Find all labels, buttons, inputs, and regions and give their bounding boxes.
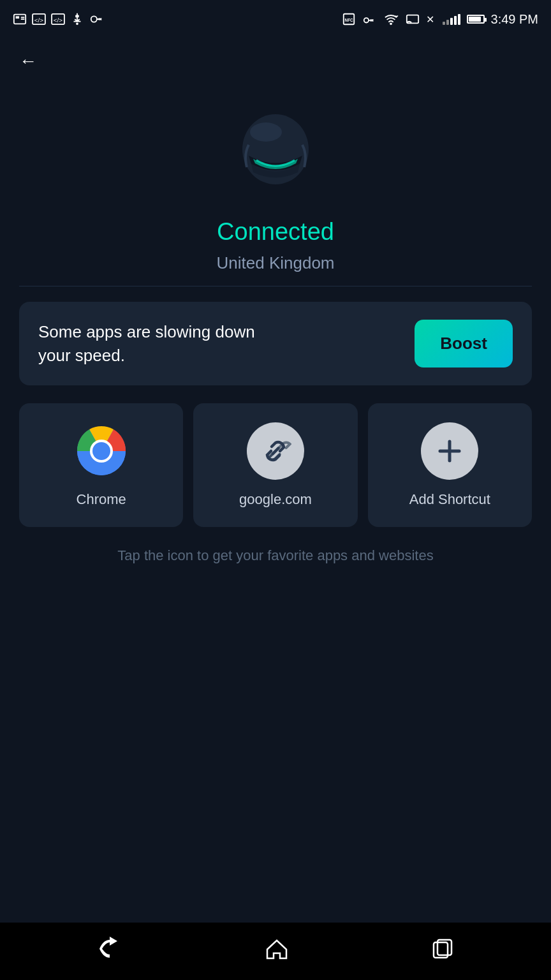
boost-card: Some apps are slowing down your speed. B… xyxy=(19,302,532,385)
boost-message: Some apps are slowing down your speed. xyxy=(38,320,281,367)
shortcut-chrome[interactable]: Chrome xyxy=(19,403,183,527)
boost-button[interactable]: Boost xyxy=(415,320,513,368)
add-icon-container xyxy=(421,422,478,480)
shortcuts-grid: Chrome google.com xyxy=(19,403,532,527)
shortcut-add[interactable]: Add Shortcut xyxy=(368,403,532,527)
shortcut-google[interactable]: google.com xyxy=(193,403,357,527)
svg-text:✕: ✕ xyxy=(426,14,434,24)
chrome-icon-container xyxy=(73,422,130,480)
vpnkey-icon xyxy=(362,12,376,26)
status-bar: </> </> NFC xyxy=(0,0,551,38)
screenshot-icon xyxy=(13,12,27,26)
hint-text: Tap the icon to get your favorite apps a… xyxy=(111,545,439,566)
add-icon xyxy=(434,435,466,467)
svg-point-8 xyxy=(76,23,78,26)
location-text: United Kingdom xyxy=(217,253,335,273)
code-icon-2: </> xyxy=(51,13,65,25)
nav-back-button[interactable] xyxy=(97,936,122,967)
add-shortcut-label: Add Shortcut xyxy=(409,491,490,508)
svg-text:</>: </> xyxy=(34,17,44,24)
nav-home-button[interactable] xyxy=(265,937,289,967)
connected-status: Connected xyxy=(217,218,334,246)
google-label: google.com xyxy=(239,491,312,508)
status-icons-left: </> </> xyxy=(13,12,103,26)
svg-rect-9 xyxy=(75,15,79,18)
google-icon-container xyxy=(247,422,304,480)
battery-icon xyxy=(467,15,485,24)
usb-icon xyxy=(70,12,84,26)
key-icon xyxy=(89,12,103,26)
svg-text:</>: </> xyxy=(54,17,63,24)
nav-recents-button[interactable] xyxy=(431,937,454,966)
chrome-label: Chrome xyxy=(77,491,126,508)
nav-bar xyxy=(0,923,551,980)
signal-bars xyxy=(443,13,460,25)
back-arrow-icon: ← xyxy=(19,51,37,71)
section-divider xyxy=(19,286,532,286)
helmet-logo xyxy=(224,103,327,205)
wifi-icon xyxy=(383,12,399,26)
chrome-icon xyxy=(73,423,129,479)
svg-point-13 xyxy=(364,18,368,22)
svg-text:NFC: NFC xyxy=(344,18,353,22)
code-icon-1: </> xyxy=(32,13,46,25)
nfc-icon: NFC xyxy=(342,12,356,26)
svg-point-18 xyxy=(250,122,282,142)
link-icon xyxy=(260,435,291,467)
x-indicator: ✕ xyxy=(426,14,436,24)
cast-icon xyxy=(406,12,420,26)
svg-point-10 xyxy=(91,16,97,22)
svg-rect-1 xyxy=(16,16,19,19)
status-icons-right: NFC ✕ xyxy=(342,12,538,27)
back-button[interactable]: ← xyxy=(0,38,551,84)
main-content: Connected United Kingdom Some apps are s… xyxy=(0,84,551,923)
svg-point-21 xyxy=(92,442,110,460)
status-time: 3:49 PM xyxy=(491,12,538,27)
svg-point-14 xyxy=(390,23,392,26)
